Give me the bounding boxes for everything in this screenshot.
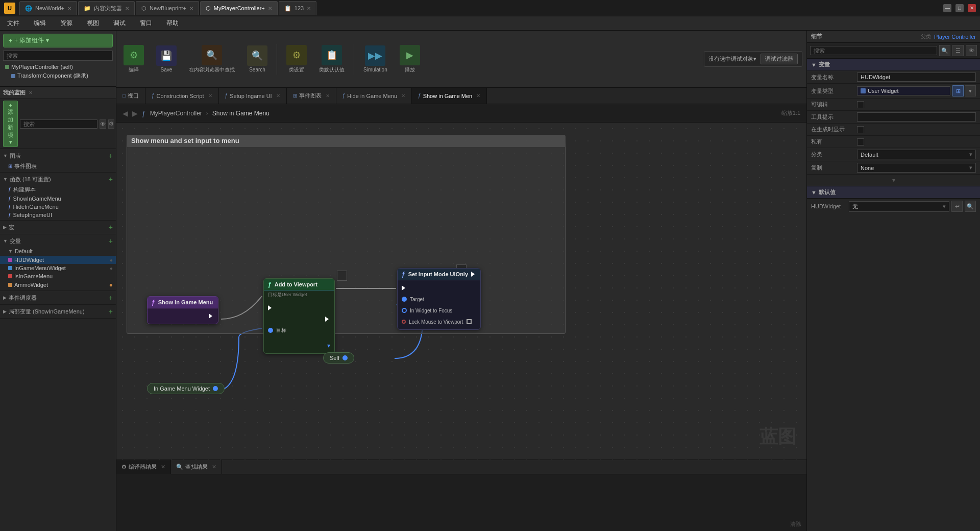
pin-exec-in-viewport[interactable] (268, 303, 330, 312)
comp-item-transform[interactable]: TransformComponent (继承) (3, 71, 113, 81)
maximize-button[interactable]: □ (955, 4, 964, 12)
pin-target-viewport[interactable]: 目标 (268, 326, 330, 335)
pin-exec-out-viewport[interactable] (268, 315, 330, 324)
compile-button[interactable]: ⚙ 编译 (120, 43, 147, 76)
bottom-tab-compiler-results[interactable]: ⚙ 编译器结果 ✕ (116, 460, 171, 474)
tooltip-input[interactable] (857, 112, 976, 122)
menu-help[interactable]: 帮助 (163, 18, 182, 29)
tab-new-blueprint[interactable]: ⬡ NewBlueprint+ ✕ (136, 1, 199, 15)
debug-filter-button[interactable]: 调试过滤器 (761, 54, 798, 64)
node-in-game-menu-widget[interactable]: In Game Menu Widget (147, 383, 225, 394)
macros-header[interactable]: ▶ 宏 + (0, 222, 116, 233)
func-hide-in-game-menu[interactable]: ƒ HideInGameMenu (0, 203, 116, 211)
func-build-script[interactable]: ƒ 构建脚本 (0, 185, 116, 195)
blueprint-canvas[interactable]: Show menu and set input to menu ƒ Show i… (116, 123, 806, 460)
search-button[interactable]: 🔍 Search (244, 43, 271, 75)
pin-target-set-input[interactable]: Target (402, 295, 476, 304)
event-graph-item[interactable]: ⊞ 事件图表 (0, 161, 116, 171)
macros-add-button[interactable]: + (109, 223, 113, 231)
menu-edit[interactable]: 编辑 (31, 18, 49, 29)
find-in-browser-button[interactable]: 🔍 在内容浏览器中查找 (186, 43, 238, 76)
clear-button[interactable]: 清除 (790, 520, 801, 528)
lock-checkbox[interactable] (467, 319, 472, 324)
defaults-search-button[interactable]: 🔍 (965, 201, 976, 212)
default-group-header[interactable]: ▼ Default (0, 247, 116, 256)
tab-close-world[interactable]: ✕ (67, 6, 71, 11)
node-show-in-game-menu[interactable]: ƒ Show in Game Menu (147, 296, 218, 324)
func-show-in-game-menu[interactable]: ƒ ShowInGameMenu (0, 195, 116, 203)
save-button[interactable]: 💾 Save (153, 43, 180, 75)
graphs-add-button[interactable]: + (109, 152, 113, 160)
tab-viewport[interactable]: □ 视口 (116, 88, 145, 104)
functions-add-button[interactable]: + (109, 175, 113, 183)
var-ammo-widget[interactable]: AmmoWidget ● (0, 280, 116, 289)
menu-view[interactable]: 视图 (84, 18, 102, 29)
menu-file[interactable]: 文件 (4, 18, 22, 29)
var-is-in-game-menu[interactable]: IsInGameMenu (0, 272, 116, 280)
replicate-dropdown[interactable]: None ▾ (857, 163, 976, 173)
details-list-view-button[interactable]: ☰ (952, 45, 964, 56)
bp-panel-close[interactable]: ✕ (29, 90, 33, 95)
tab-close-controller[interactable]: ✕ (268, 6, 272, 11)
pin-exec-in-set-input[interactable] (402, 283, 476, 293)
menu-debug[interactable]: 调试 (110, 18, 129, 29)
tab-content-browser[interactable]: 📁 内容浏览器 ✕ (78, 1, 135, 15)
comp-item-self[interactable]: MyPlayerController (self) (3, 63, 113, 71)
tab-my-player-controller[interactable]: ⬡ MyPlayerController+ ✕ (200, 1, 278, 15)
tab-show-in-game-menu[interactable]: ƒ Show in Game Men ✕ (412, 88, 487, 104)
menu-window[interactable]: 窗口 (137, 18, 155, 29)
local-variables-add-button[interactable]: + (109, 307, 113, 316)
bottom-tab-close-compiler[interactable]: ✕ (161, 464, 165, 470)
tab-setup-ingame-ui[interactable]: ƒ Setup Ingame UI ✕ (219, 88, 287, 104)
tab-close-setup[interactable]: ✕ (276, 93, 280, 99)
details-search-input[interactable] (810, 46, 937, 55)
variables-header[interactable]: ▼ 变量 + (0, 235, 116, 247)
simulation-button[interactable]: ▶▶ Simulation (360, 43, 390, 75)
class-defaults-button[interactable]: 📋 类默认认值 (316, 43, 348, 76)
tab-close-123[interactable]: ✕ (307, 6, 311, 11)
func-setup-ingame-ui[interactable]: ƒ SetupIngameUI (0, 211, 116, 219)
breadcrumb-back-button[interactable]: ◀ (122, 109, 128, 117)
pin-exec-out-show[interactable] (152, 311, 214, 321)
var-type-button[interactable]: ⊞ (952, 85, 964, 96)
var-in-game-menu-widget[interactable]: InGameMenuWidget ● (0, 264, 116, 272)
event-dispatchers-add-button[interactable]: + (109, 294, 113, 302)
bp-search-input[interactable] (20, 119, 97, 129)
settings-button[interactable]: ⚙ (108, 119, 114, 129)
defaults-section-header[interactable]: ▼ 默认值 (807, 186, 980, 199)
pin-dropdown-viewport[interactable]: ▾ (268, 341, 330, 350)
add-new-item-button[interactable]: + 添加新项▾ (3, 101, 18, 147)
defaults-hud-widget-dropdown[interactable]: 无 ▾ (849, 201, 949, 212)
tab-construction-script[interactable]: ƒ Construction Script ✕ (145, 88, 219, 104)
tab-new-world[interactable]: 🌐 NewWorld+ ✕ (19, 1, 77, 15)
class-settings-button[interactable]: ⚙ 类设置 (283, 43, 310, 76)
tab-close-hide[interactable]: ✕ (401, 93, 405, 99)
node-self[interactable]: Self (323, 352, 354, 364)
details-eye-button[interactable]: 👁 (966, 45, 977, 56)
tab-close-event[interactable]: ✕ (326, 93, 330, 99)
details-search-icon-button[interactable]: 🔍 (939, 45, 950, 56)
minimize-button[interactable]: — (943, 4, 951, 12)
functions-header[interactable]: ▼ 函数 (18 可重置) + (0, 174, 116, 185)
var-type-expand-button[interactable]: ▾ (965, 85, 976, 96)
pin-lock-set-input[interactable]: Lock Mouse to Viewport (402, 317, 476, 326)
tab-close-bp[interactable]: ✕ (189, 6, 193, 11)
tab-123[interactable]: 📋 123 ✕ (279, 1, 316, 15)
bottom-tab-find-results[interactable]: 🔍 查找结果 ✕ (171, 460, 222, 474)
spawn-checkbox[interactable] (857, 126, 864, 133)
private-checkbox[interactable] (857, 138, 864, 146)
pin-focus-set-input[interactable]: In Widget to Focus (402, 306, 476, 315)
add-component-button[interactable]: + + 添加组件 ▾ (3, 34, 113, 47)
node-set-input-mode[interactable]: ƒ Set Input Mode UIOnly Target In Widget… (397, 268, 481, 330)
menu-assets[interactable]: 资源 (57, 18, 76, 29)
tab-hide-in-game-menu[interactable]: ƒ Hide in Game Menu ✕ (336, 88, 412, 104)
event-dispatchers-header[interactable]: ▶ 事件调度器 + (0, 292, 116, 303)
defaults-reset-button[interactable]: ↩ (951, 201, 963, 212)
play-button[interactable]: ▶ 播放 (397, 43, 423, 76)
tab-close-content[interactable]: ✕ (125, 6, 129, 11)
visibility-button[interactable]: 👁 (100, 119, 106, 129)
var-hud-widget[interactable]: HUDWidget ● (0, 256, 116, 264)
var-name-input[interactable] (857, 73, 976, 82)
breadcrumb-forward-button[interactable]: ▶ (132, 109, 138, 117)
exec-out-set-input[interactable] (471, 272, 476, 277)
